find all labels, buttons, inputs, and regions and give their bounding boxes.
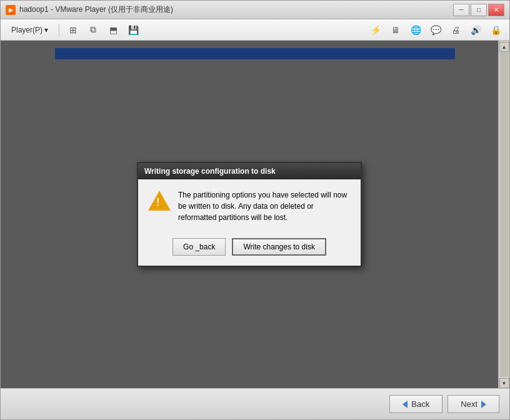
window-title: hadoop1 - VMware Player (仅用于非商业用途)	[19, 4, 453, 15]
toolbar: Player(P) ▾ ⊞ ⧉ ⬒ 💾 ⚡ 🖥 🌐 💬 🖨 🔊 🔒	[1, 19, 509, 41]
dialog-body: The partitioning options you have select…	[138, 179, 361, 233]
main-window: ▶ hadoop1 - VMware Player (仅用于非商业用途) ─ □…	[0, 0, 510, 420]
app-icon: ▶	[6, 5, 16, 15]
warning-icon	[148, 189, 171, 212]
toolbar-right-btn-7[interactable]: 🔒	[487, 22, 504, 38]
write-storage-dialog: Writing storage configuration to disk Th…	[137, 162, 362, 267]
toolbar-right-btn-6[interactable]: 🔊	[467, 22, 484, 38]
next-arrow-icon	[481, 401, 486, 408]
toolbar-right-btn-4[interactable]: 💬	[427, 22, 444, 38]
scroll-track[interactable]	[500, 52, 509, 377]
warning-triangle	[148, 191, 171, 211]
toolbar-right-btn-2[interactable]: 🖥	[387, 22, 404, 38]
minimize-button[interactable]: ─	[453, 4, 469, 16]
titlebar-buttons: ─ □ ✕	[453, 4, 504, 16]
close-button[interactable]: ✕	[488, 4, 504, 16]
scroll-up-btn[interactable]: ▲	[499, 42, 509, 52]
vm-content-area: ▲ ▼ Writing storage configuration to dis…	[1, 41, 509, 388]
scroll-down-btn[interactable]: ▼	[499, 378, 509, 388]
toolbar-btn-3[interactable]: ⬒	[104, 22, 122, 38]
maximize-button[interactable]: □	[471, 4, 487, 16]
go-back-button[interactable]: Go _back	[172, 238, 226, 256]
toolbar-btn-4[interactable]: 💾	[124, 22, 142, 38]
dialog-title: Writing storage configuration to disk	[138, 163, 361, 179]
toolbar-right-btn-1[interactable]: ⚡	[367, 22, 384, 38]
back-arrow-icon	[402, 401, 408, 408]
player-menu[interactable]: Player(P) ▾	[6, 22, 54, 38]
dialog-buttons: Go _back Write changes to disk	[138, 233, 361, 266]
toolbar-separator	[59, 24, 59, 36]
toolbar-btn-2[interactable]: ⧉	[84, 22, 102, 38]
back-button[interactable]: Back	[389, 395, 442, 413]
toolbar-btn-1[interactable]: ⊞	[64, 22, 82, 38]
scroll-area: ▲ ▼	[498, 41, 509, 388]
toolbar-right-btn-5[interactable]: 🖨	[447, 22, 464, 38]
toolbar-right-btn-3[interactable]: 🌐	[407, 22, 424, 38]
write-changes-button[interactable]: Write changes to disk	[232, 238, 326, 256]
dialog-overlay: Writing storage configuration to disk Th…	[1, 41, 498, 388]
toolbar-right: ⚡ 🖥 🌐 💬 🖨 🔊 🔒	[367, 22, 504, 38]
bottom-bar: Back Next	[1, 388, 509, 419]
next-button[interactable]: Next	[448, 395, 499, 413]
titlebar: ▶ hadoop1 - VMware Player (仅用于非商业用途) ─ □…	[1, 1, 509, 19]
dialog-message: The partitioning options you have select…	[178, 189, 351, 223]
